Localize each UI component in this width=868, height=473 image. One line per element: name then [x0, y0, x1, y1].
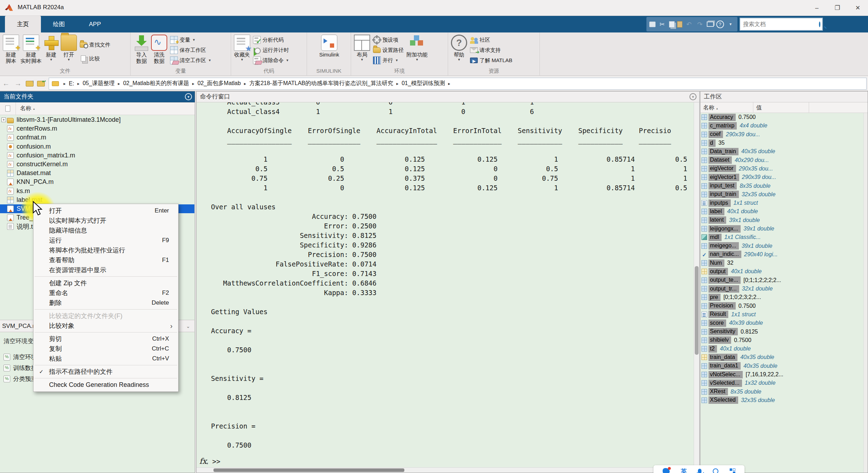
table-row[interactable]: input_train 32x35 double [700, 190, 863, 199]
breadcrumb-label[interactable]: E: [69, 80, 74, 87]
favorites-button[interactable]: 收藏夹 ▼ [234, 35, 250, 61]
menu-item[interactable]: 隐藏详细信息 [34, 226, 178, 235]
scrollbar-thumb[interactable] [695, 266, 699, 355]
table-row[interactable]: train_data1 40x35 double [700, 362, 863, 370]
set-path-button[interactable]: 设置路径 [373, 45, 404, 55]
table-row[interactable]: XSelected 32x35 double [700, 396, 863, 405]
menu-item[interactable]: 以实时脚本方式打开 [34, 216, 178, 226]
table-row[interactable]: eigVector 290x35 dou... [700, 164, 863, 173]
new-script-button[interactable]: 新建 脚本 [3, 35, 19, 64]
menu-item[interactable] [35, 276, 177, 277]
table-row[interactable]: output_tr... 32x1 double [700, 285, 863, 293]
new-button[interactable]: 新建 ▼ [43, 35, 59, 61]
menu-item[interactable]: Check Code Generation Readiness [34, 380, 178, 390]
table-row[interactable]: Num 32 [700, 259, 863, 267]
table-row[interactable]: Result 1x1 struct [700, 310, 863, 319]
file-column-header[interactable]: 名称 ▴ [0, 102, 195, 115]
panel-menu-icon[interactable]: ▾ [689, 93, 697, 100]
table-row[interactable]: Data_train 40x35 double [700, 147, 863, 156]
clear-workspace-button[interactable]: 清空工作区 ▼ [170, 55, 211, 65]
community-button[interactable]: 社区 [470, 35, 512, 45]
name-column-label[interactable]: 名称▴ [700, 102, 753, 113]
table-row[interactable]: Precision 0.7500 [700, 302, 863, 310]
emoji-icon[interactable] [713, 468, 718, 473]
clear-commands-button[interactable]: 清除命令 ▼ [253, 55, 289, 65]
search-input[interactable] [740, 21, 819, 28]
up-folder-icon[interactable] [26, 81, 34, 86]
tab-plots[interactable]: 绘图 [41, 16, 77, 32]
menu-item[interactable]: 复制 Ctrl+C [34, 344, 178, 354]
open-button[interactable]: 打开 ▼ [61, 35, 77, 61]
table-row[interactable]: coef 290x39 dou... [700, 130, 863, 139]
menu-item[interactable]: 重命名 F2 [34, 288, 178, 298]
table-row[interactable]: eigVector1 290x39 dou... [700, 173, 863, 181]
ime-language-toggle[interactable]: 英 [681, 467, 687, 473]
tab-home[interactable]: 主页 [5, 16, 41, 32]
search-icon[interactable] [819, 22, 820, 27]
expand-icon[interactable]: + [1, 118, 6, 122]
list-item[interactable]: constructKernel.m [0, 160, 194, 169]
table-row[interactable]: meigego... 39x1 double [700, 241, 863, 250]
list-item[interactable]: confmat.m [0, 133, 194, 142]
undo-icon[interactable]: ↶ [685, 20, 693, 28]
breadcrumb-segment[interactable]: ▸ 02_Matlab相关的所有课题 [115, 80, 189, 87]
menu-item[interactable]: 删除 Delete [34, 298, 178, 308]
copy-icon[interactable] [669, 21, 675, 28]
table-row[interactable]: Sensitivity 0.8125 [700, 327, 863, 336]
table-row[interactable]: Accuracy 0.7500 [700, 113, 863, 121]
forward-icon[interactable]: → [14, 79, 22, 88]
preferences-button[interactable]: 预设项 [373, 35, 404, 45]
ime-grid-icon[interactable] [730, 468, 735, 473]
find-files-button[interactable]: 查找文件 [80, 40, 110, 50]
close-button[interactable]: ✕ [848, 0, 868, 16]
tab-apps[interactable]: APP [77, 16, 113, 32]
prompt-chevrons[interactable]: >> [212, 457, 220, 465]
value-column-label[interactable]: 值 [753, 102, 809, 113]
microphone-icon[interactable] [698, 469, 701, 473]
breadcrumb-label[interactable]: 02_Matlab相关的所有课题 [123, 80, 189, 87]
maximize-button[interactable]: ❐ [827, 0, 848, 16]
horizontal-scrollbar[interactable] [197, 467, 694, 473]
command-prompt[interactable]: fx ▼ >> [199, 457, 220, 466]
menu-item[interactable]: 在资源管理器中显示 [34, 265, 178, 275]
list-item[interactable]: confusion_matrix1.m [0, 151, 194, 160]
analyze-code-button[interactable]: 分析代码 [253, 35, 289, 45]
menu-item[interactable] [35, 309, 177, 310]
list-item[interactable]: KNN_PCA.m [0, 178, 194, 186]
import-data-button[interactable]: 导入 数据 [133, 35, 150, 64]
table-row[interactable]: mdl 1x1 Classific... [700, 233, 863, 241]
menu-item[interactable]: 打开 Enter [34, 206, 178, 216]
table-row[interactable]: output 40x1 double [700, 267, 863, 276]
request-support-button[interactable]: 请求支持 [470, 45, 512, 55]
menu-item[interactable] [35, 365, 177, 365]
workspace-scrollbar[interactable] [863, 113, 868, 473]
menu-item[interactable] [35, 332, 177, 333]
paste-icon[interactable] [677, 21, 682, 28]
table-row[interactable]: Dataset 40x290 dou... [700, 156, 863, 164]
table-row[interactable]: pre [0;1;0;2;3;2;2... [700, 293, 863, 301]
window-switch-icon[interactable] [707, 22, 714, 27]
list-item[interactable]: + libsvm-3.1-[FarutoUltimate3.1Mcode] [0, 115, 194, 124]
table-row[interactable]: d 35 [700, 139, 863, 147]
parallel-button[interactable]: 并行 ▼ [373, 55, 404, 65]
ime-logo-icon[interactable] [663, 468, 670, 473]
learn-matlab-button[interactable]: 了解 MATLAB [470, 55, 512, 65]
cut-icon[interactable]: ✂ [658, 20, 667, 28]
table-row[interactable]: output_te... [0;1;1;2;2;2;2... [700, 276, 863, 285]
variable-button[interactable]: 变量 ▼ [170, 35, 211, 45]
breadcrumb-segment[interactable]: ▸ 05_课题整理 [74, 80, 115, 87]
breadcrumb-label[interactable]: 01_模型训练预测 [402, 80, 445, 87]
menu-item[interactable]: 粘贴 Ctrl+V [34, 354, 178, 364]
menu-item[interactable]: 比较对象 › [34, 321, 178, 331]
addons-button[interactable]: 附加功能 ▼ [406, 35, 428, 61]
clean-data-button[interactable]: 清洗 数据 [151, 35, 167, 64]
breadcrumb-segment[interactable]: ▸ [445, 81, 453, 86]
collapse-icon[interactable]: ⌄ [186, 320, 190, 332]
table-row[interactable]: t2 40x1 double [700, 345, 863, 353]
menu-item[interactable]: ✓ 指示不在路径中的文件 [34, 367, 178, 377]
table-row[interactable]: vSelected... 1x32 double [700, 379, 863, 387]
breadcrumb-segment[interactable]: ▸ 方案218-基于MATLAB的动感单车骑行姿态识别_算法研究 [241, 80, 393, 87]
table-row[interactable]: XRest 8x35 double [700, 388, 863, 396]
panel-menu-icon[interactable]: ▾ [185, 93, 192, 100]
save-icon[interactable] [649, 22, 656, 27]
